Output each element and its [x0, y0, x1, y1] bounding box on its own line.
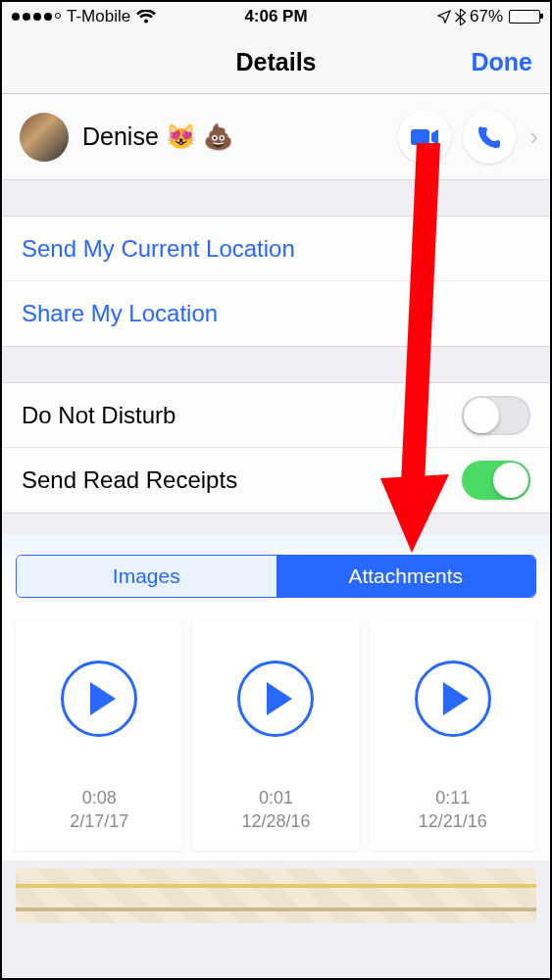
send-read-receipts-toggle[interactable] — [462, 461, 530, 500]
chevron-right-icon: › — [529, 122, 538, 152]
do-not-disturb-label: Do Not Disturb — [22, 402, 462, 429]
battery-pct: 67% — [470, 7, 503, 26]
attachment-duration: 0:01 — [241, 787, 310, 809]
svg-rect-0 — [411, 129, 429, 145]
send-read-receipts-row: Send Read Receipts — [2, 448, 550, 513]
send-read-receipts-label: Send Read Receipts — [22, 466, 462, 494]
attachments-grid: 0:08 2/17/17 0:01 12/28/16 0:11 12/21/16 — [2, 612, 550, 860]
attachment-date: 2/17/17 — [70, 810, 128, 833]
attachment-item[interactable]: 0:01 12/28/16 — [192, 621, 359, 851]
tab-attachments[interactable]: Attachments — [276, 556, 536, 597]
play-icon — [61, 661, 137, 737]
avatar — [20, 113, 69, 162]
contact-name: Denise 😻 💩 — [82, 122, 386, 151]
location-icon — [437, 10, 451, 24]
video-icon — [410, 127, 439, 147]
media-section: Images Attachments — [2, 535, 550, 612]
page-title: Details — [2, 48, 550, 76]
clock: 4:06 PM — [188, 7, 365, 26]
media-segmented-control: Images Attachments — [16, 555, 536, 598]
carrier-label: T-Mobile — [67, 7, 130, 26]
play-icon — [237, 661, 314, 737]
send-current-location-button[interactable]: Send My Current Location — [2, 217, 550, 281]
do-not-disturb-toggle[interactable] — [462, 396, 530, 435]
do-not-disturb-row: Do Not Disturb — [2, 383, 550, 448]
contact-row[interactable]: Denise 😻 💩 › — [2, 94, 550, 180]
attachment-item[interactable]: 0:11 12/21/16 — [370, 621, 536, 851]
battery-icon — [509, 10, 540, 24]
tab-images[interactable]: Images — [17, 556, 276, 597]
location-group: Send My Current Location Share My Locati… — [2, 216, 550, 347]
map-attachment[interactable] — [16, 868, 536, 923]
phone-icon — [477, 124, 502, 150]
attachment-duration: 0:11 — [419, 787, 487, 809]
audio-call-button[interactable] — [463, 111, 516, 164]
attachment-duration: 0:08 — [70, 787, 128, 809]
attachment-date: 12/28/16 — [241, 810, 310, 833]
play-icon — [415, 661, 491, 737]
done-button[interactable]: Done — [472, 48, 533, 76]
signal-strength-icon — [12, 13, 61, 21]
send-current-location-label: Send My Current Location — [22, 235, 295, 263]
settings-group: Do Not Disturb Send Read Receipts — [2, 382, 550, 514]
attachment-date: 12/21/16 — [419, 810, 487, 833]
share-my-location-button[interactable]: Share My Location — [2, 281, 550, 346]
video-call-button[interactable] — [398, 111, 451, 164]
bluetooth-icon — [455, 9, 466, 25]
wifi-icon — [136, 10, 156, 24]
status-bar: T-Mobile 4:06 PM 67% — [2, 2, 550, 31]
share-my-location-label: Share My Location — [22, 300, 218, 327]
nav-bar: Details Done — [2, 31, 550, 94]
attachment-item[interactable]: 0:08 2/17/17 — [16, 621, 182, 851]
